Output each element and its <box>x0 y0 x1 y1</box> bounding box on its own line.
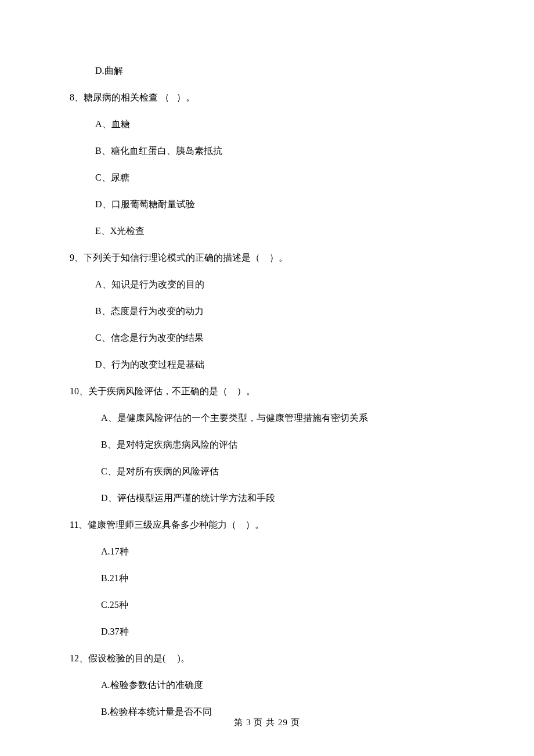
answer-option: C、信念是行为改变的结果 <box>95 331 464 345</box>
answer-option: C.25种 <box>101 598 464 612</box>
answer-option: A、知识是行为改变的目的 <box>95 278 464 291</box>
answer-option: A、是健康风险评估的一个主要类型，与健康管理措施有密切关系 <box>101 411 464 425</box>
document-body: D.曲解8、糖尿病的相关检查 （ ）。A、血糖B、糖化血红蛋白、胰岛素抵抗C、尿… <box>70 64 464 719</box>
answer-option: D、口服葡萄糖耐量试验 <box>95 197 464 211</box>
answer-option: B、糖化血红蛋白、胰岛素抵抗 <box>95 144 464 158</box>
answer-option: C、是对所有疾病的风险评估 <box>101 465 464 478</box>
answer-option: B、是对特定疾病患病风险的评估 <box>101 438 464 452</box>
answer-option: B.21种 <box>101 571 464 585</box>
answer-option: B、态度是行为改变的动力 <box>95 304 464 318</box>
answer-option: A、血糖 <box>95 117 464 131</box>
question-stem: 8、糖尿病的相关检查 （ ）。 <box>70 91 464 105</box>
answer-option: A.检验参数估计的准确度 <box>101 678 464 692</box>
page-container: D.曲解8、糖尿病的相关检查 （ ）。A、血糖B、糖化血红蛋白、胰岛素抵抗C、尿… <box>0 0 534 756</box>
question-stem: 10、关于疾病风险评估，不正确的是（ ）。 <box>70 384 464 398</box>
answer-option: A.17种 <box>101 545 464 559</box>
question-stem: 11、健康管理师三级应具备多少种能力（ ）。 <box>70 518 464 532</box>
answer-option: E、X光检查 <box>95 224 464 238</box>
page-footer: 第 3 页 共 29 页 <box>0 717 534 728</box>
answer-option: D.曲解 <box>95 64 464 78</box>
question-stem: 9、下列关于知信行理论模式的正确的描述是（ ）。 <box>70 251 464 265</box>
answer-option: C、尿糖 <box>95 171 464 185</box>
answer-option: D、评估模型运用严谨的统计学方法和手段 <box>101 491 464 505</box>
answer-option: D.37种 <box>101 625 464 639</box>
question-stem: 12、假设检验的目的是( )。 <box>70 651 464 665</box>
answer-option: D、行为的改变过程是基础 <box>95 358 464 372</box>
